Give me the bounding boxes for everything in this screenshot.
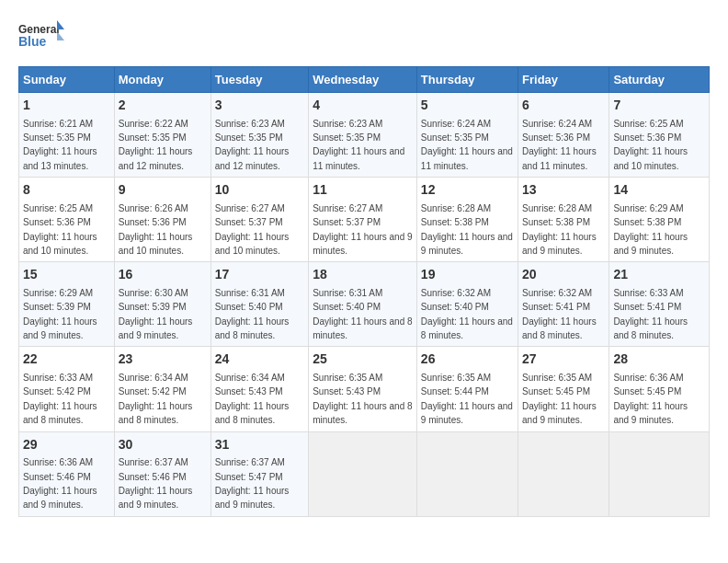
day-number: 13 [522, 181, 605, 200]
logo: General Blue [18, 18, 64, 57]
sunset: Sunset: 5:39 PM [119, 302, 187, 312]
calendar-cell: 28Sunrise: 6:36 AMSunset: 5:45 PMDayligh… [609, 347, 710, 431]
sunrise: Sunrise: 6:32 AM [421, 288, 491, 298]
day-number: 5 [421, 97, 514, 115]
daylight: Daylight: 11 hours and 9 minutes. [119, 316, 193, 340]
calendar-cell: 11Sunrise: 6:27 AMSunset: 5:37 PMDayligh… [309, 178, 417, 262]
sunrise: Sunrise: 6:35 AM [522, 373, 592, 383]
day-number: 3 [215, 97, 304, 115]
calendar-cell: 15Sunrise: 6:29 AMSunset: 5:39 PMDayligh… [19, 262, 115, 347]
calendar-cell: 3Sunrise: 6:23 AMSunset: 5:35 PMDaylight… [210, 93, 308, 178]
calendar-cell: 20Sunrise: 6:32 AMSunset: 5:41 PMDayligh… [518, 262, 609, 347]
sunrise: Sunrise: 6:25 AM [613, 119, 683, 129]
daylight: Daylight: 11 hours and 8 minutes. [215, 401, 290, 425]
day-number: 11 [313, 181, 413, 200]
column-header-friday: Friday [518, 67, 609, 93]
daylight: Daylight: 11 hours and 9 minutes. [23, 486, 97, 510]
sunset: Sunset: 5:43 PM [215, 386, 283, 396]
sunset: Sunset: 5:46 PM [119, 472, 187, 482]
daylight: Daylight: 11 hours and 9 minutes. [215, 486, 290, 510]
sunrise: Sunrise: 6:33 AM [23, 373, 93, 383]
calendar-cell [609, 431, 710, 516]
calendar-cell: 31Sunrise: 6:37 AMSunset: 5:47 PMDayligh… [210, 431, 308, 516]
day-number: 12 [421, 181, 514, 200]
sunrise: Sunrise: 6:28 AM [522, 203, 592, 213]
sunrise: Sunrise: 6:30 AM [119, 288, 188, 298]
daylight: Daylight: 11 hours and 8 minutes. [119, 401, 193, 425]
daylight: Daylight: 11 hours and 10 minutes. [215, 232, 290, 256]
column-header-saturday: Saturday [609, 67, 710, 93]
day-number: 26 [421, 350, 514, 369]
sunset: Sunset: 5:36 PM [522, 132, 590, 143]
svg-text:Blue: Blue [18, 34, 47, 49]
sunset: Sunset: 5:35 PM [215, 132, 283, 143]
sunset: Sunset: 5:43 PM [313, 386, 381, 396]
sunrise: Sunrise: 6:31 AM [215, 288, 285, 298]
sunrise: Sunrise: 6:27 AM [215, 203, 285, 213]
sunrise: Sunrise: 6:22 AM [119, 119, 188, 129]
day-number: 16 [119, 266, 207, 284]
daylight: Daylight: 11 hours and 12 minutes. [215, 146, 290, 170]
column-header-monday: Monday [114, 67, 210, 93]
daylight: Daylight: 11 hours and 13 minutes. [23, 146, 97, 170]
day-number: 23 [119, 350, 207, 369]
sunset: Sunset: 5:35 PM [421, 132, 489, 143]
sunset: Sunset: 5:44 PM [421, 386, 489, 396]
calendar-cell: 1Sunrise: 6:21 AMSunset: 5:35 PMDaylight… [19, 93, 115, 178]
daylight: Daylight: 11 hours and 10 minutes. [119, 232, 193, 256]
daylight: Daylight: 11 hours and 8 minutes. [522, 316, 597, 340]
sunrise: Sunrise: 6:31 AM [313, 288, 382, 298]
day-number: 6 [522, 97, 605, 115]
calendar-cell: 10Sunrise: 6:27 AMSunset: 5:37 PMDayligh… [210, 178, 308, 262]
week-row: 8Sunrise: 6:25 AMSunset: 5:36 PMDaylight… [19, 178, 710, 262]
daylight: Daylight: 11 hours and 9 minutes. [421, 232, 513, 256]
day-number: 31 [215, 436, 304, 454]
sunset: Sunset: 5:36 PM [23, 217, 91, 227]
daylight: Daylight: 11 hours and 11 minutes. [313, 146, 404, 170]
calendar-cell: 4Sunrise: 6:23 AMSunset: 5:35 PMDaylight… [309, 93, 417, 178]
calendar-cell: 16Sunrise: 6:30 AMSunset: 5:39 PMDayligh… [114, 262, 210, 347]
sunrise: Sunrise: 6:32 AM [522, 288, 592, 298]
sunset: Sunset: 5:40 PM [421, 302, 489, 312]
week-row: 15Sunrise: 6:29 AMSunset: 5:39 PMDayligh… [19, 262, 710, 347]
day-number: 21 [613, 266, 705, 284]
sunrise: Sunrise: 6:26 AM [119, 203, 188, 213]
column-header-wednesday: Wednesday [309, 67, 417, 93]
daylight: Daylight: 11 hours and 10 minutes. [23, 232, 97, 256]
daylight: Daylight: 11 hours and 9 minutes. [613, 401, 688, 425]
day-number: 30 [119, 436, 207, 454]
day-number: 22 [23, 350, 110, 369]
sunset: Sunset: 5:36 PM [613, 132, 681, 143]
calendar-cell: 9Sunrise: 6:26 AMSunset: 5:36 PMDaylight… [114, 178, 210, 262]
calendar-cell: 14Sunrise: 6:29 AMSunset: 5:38 PMDayligh… [609, 178, 710, 262]
calendar-cell [416, 431, 518, 516]
calendar-cell: 27Sunrise: 6:35 AMSunset: 5:45 PMDayligh… [518, 347, 609, 431]
sunset: Sunset: 5:40 PM [313, 302, 381, 312]
sunset: Sunset: 5:40 PM [215, 302, 283, 312]
sunset: Sunset: 5:38 PM [421, 217, 489, 227]
sunrise: Sunrise: 6:37 AM [119, 457, 188, 467]
day-number: 9 [119, 181, 207, 200]
sunset: Sunset: 5:42 PM [119, 386, 187, 396]
day-number: 28 [613, 350, 705, 369]
sunrise: Sunrise: 6:36 AM [23, 457, 93, 467]
calendar-cell: 30Sunrise: 6:37 AMSunset: 5:46 PMDayligh… [114, 431, 210, 516]
week-row: 22Sunrise: 6:33 AMSunset: 5:42 PMDayligh… [19, 347, 710, 431]
sunrise: Sunrise: 6:33 AM [613, 288, 683, 298]
sunrise: Sunrise: 6:35 AM [313, 373, 382, 383]
daylight: Daylight: 11 hours and 9 minutes. [522, 401, 597, 425]
week-row: 29Sunrise: 6:36 AMSunset: 5:46 PMDayligh… [19, 431, 710, 516]
sunrise: Sunrise: 6:34 AM [215, 373, 285, 383]
sunrise: Sunrise: 6:24 AM [421, 119, 491, 129]
sunset: Sunset: 5:35 PM [119, 132, 187, 143]
svg-marker-2 [57, 20, 64, 29]
sunrise: Sunrise: 6:27 AM [313, 203, 382, 213]
sunrise: Sunrise: 6:37 AM [215, 457, 285, 467]
sunrise: Sunrise: 6:21 AM [23, 119, 93, 129]
calendar-cell: 13Sunrise: 6:28 AMSunset: 5:38 PMDayligh… [518, 178, 609, 262]
sunrise: Sunrise: 6:23 AM [215, 119, 285, 129]
sunset: Sunset: 5:45 PM [613, 386, 681, 396]
calendar-cell: 18Sunrise: 6:31 AMSunset: 5:40 PMDayligh… [309, 262, 417, 347]
sunrise: Sunrise: 6:35 AM [421, 373, 491, 383]
day-number: 25 [313, 350, 413, 369]
